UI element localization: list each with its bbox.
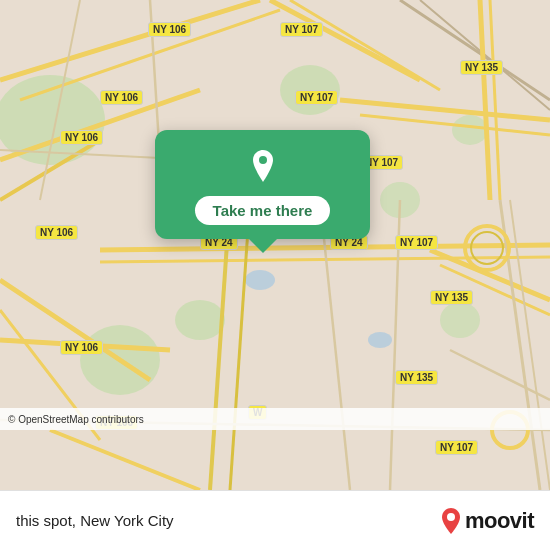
moovit-logo: moovit (440, 507, 534, 535)
road-label-ny107-2: NY 107 (295, 90, 338, 105)
svg-point-6 (452, 115, 488, 145)
road-label-ny106-3: NY 106 (60, 130, 103, 145)
road-label-ny107-5: NY 107 (435, 440, 478, 455)
svg-point-44 (259, 156, 267, 164)
svg-point-45 (447, 513, 455, 521)
location-label: this spot, New York City (16, 512, 174, 529)
road-label-ny107-4: NY 107 (395, 235, 438, 250)
location-pin-icon (245, 148, 281, 184)
svg-point-9 (368, 332, 392, 348)
road-label-ny135-1: NY 135 (460, 60, 503, 75)
road-label-ny107-1: NY 107 (280, 22, 323, 37)
moovit-pin-icon (440, 507, 462, 535)
take-me-there-button[interactable]: Take me there (195, 196, 331, 225)
map-view[interactable]: NY 106 NY 107 NY 106 NY 107 NY 106 NY 10… (0, 0, 550, 490)
bottom-bar: this spot, New York City moovit (0, 490, 550, 550)
location-popup: Take me there (155, 130, 370, 239)
road-label-ny135-2: NY 135 (430, 290, 473, 305)
moovit-brand-name: moovit (465, 508, 534, 534)
road-label-ny106-2: NY 106 (100, 90, 143, 105)
map-attribution: © OpenStreetMap contributors (0, 408, 550, 430)
svg-point-4 (175, 300, 225, 340)
road-label-ny106-1: NY 106 (148, 22, 191, 37)
road-label-ny135-3: NY 135 (395, 370, 438, 385)
road-label-ny106-4: NY 106 (35, 225, 78, 240)
attribution-text: © OpenStreetMap contributors (8, 414, 144, 425)
road-label-ny106-5: NY 106 (60, 340, 103, 355)
svg-point-7 (440, 302, 480, 338)
svg-point-8 (245, 270, 275, 290)
